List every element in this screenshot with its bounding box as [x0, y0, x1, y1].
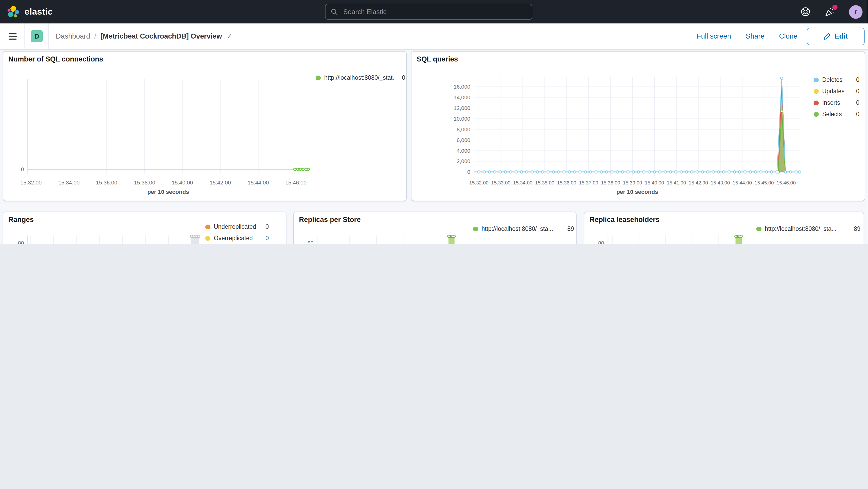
- svg-text:8,000: 8,000: [457, 126, 470, 132]
- menu-button[interactable]: [9, 33, 17, 39]
- breadcrumb-separator: /: [94, 32, 96, 40]
- legend-item[interactable]: Updates0: [813, 88, 859, 95]
- svg-text:0: 0: [467, 169, 470, 175]
- space-initial: D: [34, 33, 39, 40]
- legend-swatch-icon: [205, 224, 210, 230]
- chart-canvas[interactable]: 02,0004,0006,0008,00010,00012,00014,0001…: [411, 52, 866, 202]
- panel-title: Ranges: [8, 216, 34, 223]
- svg-text:15:34:00: 15:34:00: [58, 180, 80, 185]
- full-screen-button[interactable]: Full screen: [696, 32, 731, 40]
- title-dropdown-icon[interactable]: ✓: [226, 32, 232, 40]
- svg-text:10,000: 10,000: [454, 116, 470, 122]
- elastic-home-link[interactable]: elastic: [0, 5, 53, 19]
- toolbar-actions: Full screen Share Clone Edit: [696, 27, 868, 45]
- legend-label: Overreplicated: [214, 235, 253, 242]
- help-button[interactable]: [800, 6, 810, 17]
- legend-value: 89: [563, 225, 574, 233]
- edit-button[interactable]: Edit: [807, 27, 865, 45]
- panel-replica-leaseholders: Replica leaseholders 0102030405060708015…: [584, 212, 864, 244]
- svg-text:15:40:00: 15:40:00: [172, 180, 193, 185]
- legend-swatch-icon: [756, 227, 761, 232]
- legend-label: Inserts: [822, 99, 840, 106]
- legend-label: Selects: [822, 111, 842, 118]
- svg-text:15:44:00: 15:44:00: [733, 180, 752, 185]
- svg-text:15:34:00: 15:34:00: [513, 180, 532, 185]
- legend-item[interactable]: Deletes0: [813, 77, 859, 83]
- svg-text:80: 80: [308, 240, 314, 244]
- share-button[interactable]: Share: [746, 32, 764, 40]
- svg-text:14,000: 14,000: [454, 94, 470, 100]
- svg-text:15:42:00: 15:42:00: [689, 180, 708, 185]
- legend-item[interactable]: http://localhost:8080/_stat...0: [316, 74, 405, 81]
- legend-value: 0: [852, 111, 859, 118]
- svg-text:15:40:00: 15:40:00: [645, 180, 664, 185]
- panel-number-of-sql-connections: Number of SQL connections 015:32:0015:34…: [3, 51, 407, 201]
- svg-text:15:44:00: 15:44:00: [248, 180, 269, 185]
- legend-swatch-icon: [813, 89, 818, 94]
- search-input[interactable]: [342, 7, 527, 16]
- whats-new-button[interactable]: [825, 6, 835, 17]
- svg-text:15:39:00: 15:39:00: [623, 180, 642, 185]
- user-avatar[interactable]: r: [849, 5, 863, 19]
- chart-legend: Underreplicated0Overreplicated0Unavailab…: [205, 223, 269, 244]
- elastic-logo-icon: [6, 5, 20, 19]
- svg-text:15:45:00: 15:45:00: [754, 180, 774, 185]
- page-title: [Metricbeat CockroachDB] Overview: [100, 32, 222, 40]
- panel-title: Replicas per Store: [299, 216, 361, 223]
- panel-replicas-per-store: Replicas per Store 0102030405060708015:3…: [293, 212, 577, 244]
- legend-item[interactable]: http://localhost:8080/_sta...89: [473, 225, 574, 233]
- header-actions: r: [800, 0, 868, 24]
- svg-text:15:32:00: 15:32:00: [20, 180, 42, 185]
- legend-value: 89: [849, 225, 861, 233]
- chart-legend: Deletes0Updates0Inserts0Selects0: [813, 77, 859, 122]
- panel-title: SQL queries: [417, 55, 458, 63]
- toolbar-divider: [25, 23, 25, 49]
- svg-text:6,000: 6,000: [457, 137, 470, 143]
- svg-text:0: 0: [21, 166, 24, 172]
- svg-text:15:38:00: 15:38:00: [601, 180, 620, 185]
- legend-value: 0: [852, 77, 859, 83]
- panel-sql-queries: SQL queries 02,0004,0006,0008,00010,0001…: [411, 51, 865, 201]
- notification-dot: [832, 4, 838, 10]
- panel-title: Replica leaseholders: [590, 216, 660, 223]
- legend-swatch-icon: [813, 100, 818, 105]
- legend-swatch-icon: [205, 236, 210, 241]
- legend-item[interactable]: Inserts0: [813, 99, 859, 106]
- legend-item[interactable]: Selects0: [813, 111, 859, 118]
- svg-text:12,000: 12,000: [454, 105, 470, 111]
- chart-legend: http://localhost:8080/_sta...89: [756, 225, 861, 237]
- top-header-bar: elastic: [0, 0, 868, 24]
- search-icon: [331, 8, 338, 16]
- space-switcher-badge[interactable]: D: [31, 30, 43, 42]
- legend-swatch-icon: [813, 78, 818, 83]
- legend-label: http://localhost:8080/_sta...: [482, 225, 553, 233]
- elastic-wordmark: elastic: [25, 6, 53, 17]
- legend-item[interactable]: Overreplicated0: [205, 235, 269, 242]
- pencil-icon: [824, 33, 831, 40]
- svg-text:15:35:00: 15:35:00: [535, 180, 554, 185]
- svg-text:4,000: 4,000: [457, 148, 470, 154]
- legend-label: http://localhost:8080/_stat...: [324, 74, 394, 81]
- chart-canvas[interactable]: 015:32:0015:34:0015:36:0015:38:0015:40:0…: [3, 52, 407, 202]
- svg-text:15:43:00: 15:43:00: [711, 180, 730, 185]
- legend-swatch-icon: [813, 112, 818, 117]
- legend-value: 0: [852, 88, 859, 95]
- legend-item[interactable]: Underreplicated0: [205, 223, 269, 230]
- legend-item[interactable]: http://localhost:8080/_sta...89: [756, 225, 861, 233]
- global-search[interactable]: [325, 4, 532, 20]
- legend-label: Deletes: [822, 77, 842, 83]
- svg-text:15:32:00: 15:32:00: [469, 180, 489, 185]
- svg-text:15:33:00: 15:33:00: [491, 180, 510, 185]
- svg-text:15:41:00: 15:41:00: [667, 180, 686, 185]
- legend-value: 0: [398, 74, 405, 81]
- svg-text:15:46:00: 15:46:00: [777, 180, 796, 185]
- dashboard-toolbar: D Dashboard / [Metricbeat CockroachDB] O…: [0, 24, 868, 50]
- svg-text:2,000: 2,000: [457, 158, 470, 164]
- life-ring-icon: [800, 7, 810, 17]
- breadcrumb-dashboard-link[interactable]: Dashboard: [56, 32, 90, 40]
- clone-button[interactable]: Clone: [779, 32, 798, 40]
- chart-legend: http://localhost:8080/_stat...0: [316, 74, 405, 86]
- kibana-dashboard-screen: elastic: [0, 0, 868, 244]
- toolbar-divider: [49, 23, 49, 49]
- panel-ranges: Ranges 0102030405060708015:32:0015:34:00…: [3, 212, 286, 244]
